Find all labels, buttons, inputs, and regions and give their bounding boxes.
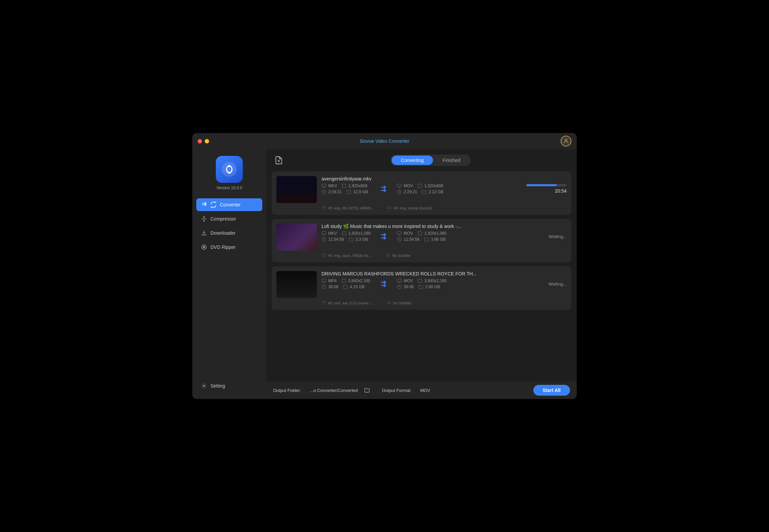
output-format-label: Output Format:: [382, 388, 411, 393]
status-waiting-driving: Waiting...: [548, 281, 567, 287]
meta-source-driving: MP4 3,840x2,160 36:08 4.15 GB: [322, 278, 375, 289]
audio-info-avengers: #0: eng, dts (DTS), 48000...: [328, 206, 374, 210]
dst-resolution-avengers: 1,920x808: [424, 184, 443, 188]
sidebar: Version 10.0.0 Converter: [192, 149, 266, 399]
app-logo: Version 10.0.0: [196, 156, 262, 190]
src-duration-avengers: 2:29:21: [328, 190, 342, 194]
src-format-avengers: MKV: [328, 184, 337, 188]
src-duration-lofi: 11:54:58: [328, 237, 344, 242]
progress-bar-avengers: [526, 184, 567, 186]
src-format-driving: MP4: [328, 278, 337, 283]
file-name-lofi: Lofi study 🌿 Music that makes u more ins…: [322, 224, 567, 229]
src-format-lofi: MKV: [328, 231, 337, 236]
sidebar-item-dvd-ripper[interactable]: DVD Ripper: [196, 241, 262, 254]
audio-info-lofi: #0: eng, opus, 48000 Hz,...: [328, 254, 372, 258]
subtitle-info-avengers: #0: eng, subrip (forced): [394, 206, 432, 210]
file-item-top-lofi: Lofi study 🌿 Music that makes u more ins…: [276, 224, 567, 251]
svg-point-2: [228, 165, 230, 167]
src-resolution-driving: 3,840x2,160: [348, 278, 370, 283]
file-info-lofi: Lofi study 🌿 Music that makes u more ins…: [322, 224, 567, 242]
start-all-button[interactable]: Start All: [533, 385, 570, 396]
file-status-lofi: Waiting...: [526, 234, 567, 239]
svg-rect-35: [418, 232, 422, 235]
svg-rect-16: [342, 184, 346, 188]
file-info-driving: DRIVING MARCUS RASHFORDS WRECKED ROLLS R…: [322, 271, 567, 289]
finished-tab[interactable]: Finished: [433, 156, 470, 165]
svg-rect-23: [323, 206, 324, 207]
svg-rect-46: [397, 279, 401, 282]
convert-arrow: [381, 185, 392, 193]
src-duration-driving: 36:08: [328, 285, 338, 289]
nav-items: Converter Compressor: [196, 198, 262, 379]
compressor-label: Compressor: [210, 216, 236, 222]
subtitle-info-lofi: No Subtitle: [392, 254, 410, 258]
dst-duration-driving: 36:08: [404, 285, 414, 289]
meta-source-avengers: MKV 1,920x808 2:29:21 12.9 GB: [322, 184, 375, 194]
folder-icon: [364, 388, 370, 393]
file-item-top: avengersinfinitywar.mkv MKV 1,920x808: [276, 176, 567, 203]
close-button[interactable]: [198, 139, 202, 143]
file-status-avengers: 20:54: [526, 184, 567, 194]
file-item-bottom-avengers: #0: eng, dts (DTS), 48000... #0: eng, su…: [276, 206, 567, 210]
version-label: Version 10.0.0: [216, 186, 242, 190]
footer-bar: Output Folder: ...o Converter/Converted …: [266, 381, 577, 399]
sidebar-item-converter[interactable]: Converter: [196, 198, 262, 211]
svg-point-3: [228, 172, 230, 174]
file-thumbnail-avengers: [276, 176, 317, 203]
output-folder-value: ...o Converter/Converted: [310, 388, 358, 393]
svg-point-10: [203, 385, 205, 387]
file-info-avengers: avengersinfinitywar.mkv MKV 1,920x808: [322, 176, 567, 194]
svg-rect-27: [322, 232, 326, 234]
convert-arrow-lofi: [381, 232, 392, 240]
sidebar-bottom: Setting: [196, 379, 262, 392]
file-item-avengers: avengersinfinitywar.mkv MKV 1,920x808: [272, 171, 571, 215]
subtitle-info-driving: No Subtitle: [393, 301, 411, 305]
file-item-bottom-lofi: #0: eng, opus, 48000 Hz,... No Subtitle: [276, 253, 567, 258]
main-body: Version 10.0.0 Converter: [192, 149, 577, 399]
file-list: avengersinfinitywar.mkv MKV 1,920x808: [266, 171, 577, 381]
dvd-ripper-label: DVD Ripper: [210, 244, 236, 250]
svg-point-9: [204, 247, 204, 247]
dst-duration-avengers: 2:29:21: [404, 190, 417, 194]
meta-dest-lofi: MOV 1,920x1,080 11:54:58 3.96 GB: [397, 231, 451, 242]
svg-rect-37: [323, 254, 324, 255]
minimize-button[interactable]: [205, 139, 209, 143]
file-status-driving: Waiting...: [526, 281, 567, 287]
file-name-avengers: avengersinfinitywar.mkv: [322, 176, 567, 181]
add-file-button[interactable]: [273, 155, 285, 166]
src-size-lofi: 3.3 GB: [356, 237, 368, 242]
svg-point-1: [222, 162, 237, 177]
output-format-value: MOV: [420, 388, 430, 393]
dst-size-avengers: 2.22 GB: [429, 190, 443, 194]
svg-rect-32: [397, 232, 401, 234]
meta-source-lofi: MKV 1,920x1,080 11:54:58 3.3 GB: [322, 231, 375, 242]
svg-rect-13: [322, 184, 326, 187]
svg-rect-30: [342, 232, 346, 235]
traffic-lights: [198, 139, 209, 143]
setting-label: Setting: [210, 383, 225, 389]
meta-dest-avengers: MOV 1,920x808 2:29:21 2.22 GB: [397, 184, 451, 194]
sidebar-item-compressor[interactable]: Compressor: [196, 212, 262, 225]
progress-fill-avengers: [526, 184, 557, 186]
file-item-lofi: Lofi study 🌿 Music that makes u more ins…: [272, 219, 571, 262]
file-thumbnail-lofi: [276, 224, 317, 251]
meta-dest-driving: MOV 3,840x2,160 36:08 2.88 GB: [397, 278, 451, 289]
dst-format-lofi: MOV: [404, 231, 413, 236]
content-area: Converting Finished avengersinfinitywar.…: [266, 149, 577, 399]
user-account-button[interactable]: [561, 136, 571, 146]
window-title: Siovue Video Converter: [360, 138, 409, 144]
svg-point-0: [565, 139, 567, 141]
svg-rect-21: [418, 184, 422, 188]
dst-format-avengers: MOV: [404, 184, 413, 188]
setting-item[interactable]: Setting: [196, 379, 262, 392]
dst-resolution-driving: 3,840x2,160: [424, 278, 446, 283]
converting-tab[interactable]: Converting: [392, 156, 433, 165]
sidebar-item-downloader[interactable]: Downloader: [196, 227, 262, 239]
file-item-driving: DRIVING MARCUS RASHFORDS WRECKED ROLLS R…: [272, 266, 571, 310]
file-thumbnail-driving: [276, 271, 317, 298]
svg-rect-38: [386, 254, 390, 257]
convert-arrow-driving: [381, 280, 392, 288]
dst-resolution-lofi: 1,920x1,080: [424, 231, 446, 236]
converter-label: Converter: [220, 202, 240, 207]
dst-format-driving: MOV: [404, 278, 413, 283]
